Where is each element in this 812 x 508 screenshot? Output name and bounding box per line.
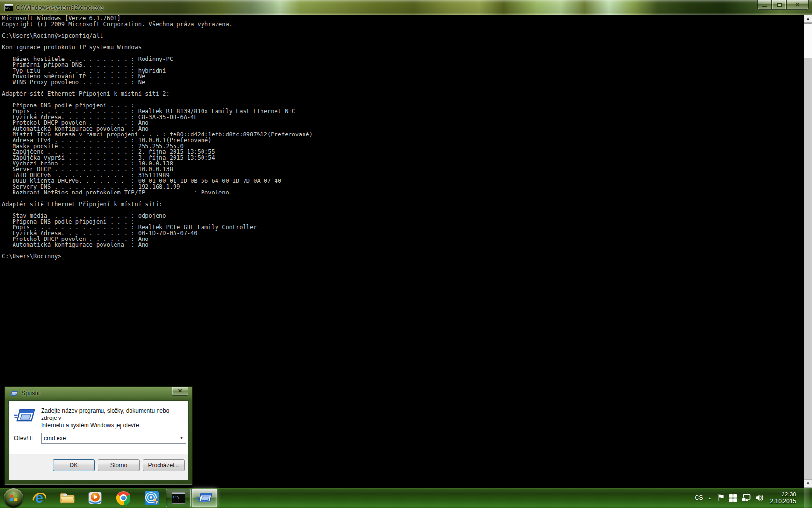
internet-explorer-icon: e <box>32 491 47 506</box>
chevron-down-icon[interactable]: ▼ <box>177 436 186 440</box>
taskbar-item-utility-app[interactable] <box>137 488 165 508</box>
maximize-button[interactable] <box>772 0 786 10</box>
taskbar-item-internet-explorer[interactable]: e <box>25 488 53 508</box>
windows-logo-icon <box>8 493 19 503</box>
maximize-icon <box>777 3 782 7</box>
run-dialog-footer: OK Storno Procházet... <box>9 454 188 480</box>
taskbar-item-chrome[interactable] <box>109 488 137 508</box>
folder-icon <box>59 492 75 505</box>
tray-clock[interactable]: 22:30 2.10.2015 <box>770 491 796 505</box>
cancel-button[interactable]: Storno <box>98 459 140 471</box>
run-icon <box>14 408 35 425</box>
network-icon[interactable] <box>741 494 751 502</box>
run-dialog-message: Zadejte název programu, složky, dokument… <box>41 407 181 429</box>
scrollbar-up-button[interactable]: ▲ <box>804 15 812 23</box>
browse-button[interactable]: Procházet... <box>143 459 185 471</box>
taskbar: e <box>0 488 812 508</box>
open-label: Otevřít: <box>14 435 33 442</box>
scrollbar-down-button[interactable]: ▼ <box>804 479 812 488</box>
show-desktop-button[interactable] <box>804 488 810 508</box>
scroll-up-icon: ▲ <box>806 16 810 21</box>
ok-button[interactable]: OK <box>53 459 95 471</box>
console-scrollbar[interactable]: ▲ ▼ <box>804 15 812 488</box>
start-button[interactable] <box>4 488 23 508</box>
taskbar-item-run-dialog-active[interactable] <box>192 489 217 507</box>
console-text: Microsoft Windows [Verze 6.1.7601] Copyr… <box>0 15 804 259</box>
system-tray: CS ▲ 2 <box>695 488 812 508</box>
windows-update-icon[interactable] <box>729 494 737 502</box>
taskbar-item-media-player[interactable] <box>81 488 109 508</box>
open-combobox[interactable]: cmd.exe ▼ <box>41 433 186 444</box>
action-center-flag-icon[interactable] <box>717 494 725 502</box>
cmd-titlebar[interactable]: C:\ C:\Windows\system32\cmd.exe ✕ <box>0 0 812 15</box>
cmd-icon: C:\_ <box>172 492 185 504</box>
cmd-icon-glyph: C:\_ <box>172 494 185 499</box>
volume-icon[interactable] <box>755 494 764 502</box>
clock-time: 22:30 <box>770 491 796 498</box>
run-dialog-titlebar[interactable]: Spustit ✕ <box>5 387 192 400</box>
minimize-button[interactable] <box>757 0 772 10</box>
chrome-icon <box>116 491 130 505</box>
run-dialog-close-button[interactable]: ✕ <box>172 387 188 396</box>
scrollbar-thumb[interactable] <box>804 23 812 58</box>
cmd-window-icon: C:\ <box>4 4 13 11</box>
run-dialog-title: Spustit <box>21 390 40 397</box>
run-icon <box>196 492 213 504</box>
media-player-icon <box>88 491 102 505</box>
desktop-screen: C:\ C:\Windows\system32\cmd.exe ✕ Micros… <box>0 0 812 508</box>
window-title: C:\Windows\system32\cmd.exe <box>16 4 103 11</box>
run-dialog-title-icon <box>10 390 18 397</box>
run-dialog: Spustit ✕ Zadejte název programu, složky… <box>4 386 193 485</box>
clock-date: 2.10.2015 <box>770 498 796 505</box>
blue-utility-with-shield-icon <box>144 491 159 506</box>
show-hidden-icons-button[interactable]: ▲ <box>708 496 712 500</box>
language-indicator[interactable]: CS <box>695 494 703 501</box>
scroll-down-icon: ▼ <box>806 481 810 486</box>
close-button[interactable]: ✕ <box>786 0 809 10</box>
taskbar-item-windows-explorer[interactable] <box>53 488 81 508</box>
cmd-window-icon-glyph: C:\ <box>5 6 13 9</box>
close-icon: ✕ <box>178 388 182 394</box>
close-icon: ✕ <box>795 2 800 8</box>
open-combobox-value: cmd.exe <box>42 435 177 442</box>
window-controls: ✕ <box>757 0 809 10</box>
taskbar-item-cmd-active[interactable]: C:\_ <box>166 489 191 507</box>
minimize-icon <box>762 6 767 7</box>
run-dialog-body: Zadejte název programu, složky, dokument… <box>8 400 189 481</box>
